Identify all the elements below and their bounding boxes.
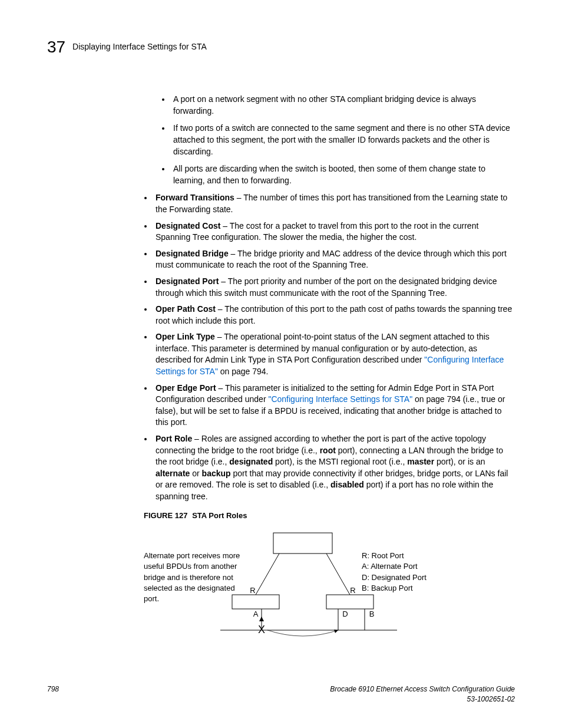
list-item: Forward Transitions – The number of time… — [153, 192, 515, 215]
footer-doc-id: 53-1002651-02 — [330, 694, 515, 704]
bold-term: backup — [202, 469, 231, 478]
svg-marker-6 — [259, 617, 264, 621]
list-item: A port on a network segment with no othe… — [171, 94, 515, 117]
label-b: B — [369, 610, 375, 618]
figure-caption: FIGURE 127 STA Port Roles — [144, 510, 515, 522]
sta-port-roles-diagram: Alternate port receives more useful BPDU… — [144, 527, 521, 645]
figure-title: STA Port Roles — [192, 511, 247, 520]
list-item: Oper Path Cost – The contribution of thi… — [153, 304, 515, 327]
diagram-svg: R R A D B X — [220, 527, 397, 645]
bold-term: root — [320, 446, 336, 455]
label-a: A — [253, 610, 259, 618]
sub-bullet-list: A port on a network segment with no othe… — [47, 94, 515, 186]
label-d: D — [342, 610, 348, 618]
page-header: 37 Displaying Interface Settings for STA — [47, 35, 515, 58]
chapter-number: 37 — [47, 35, 65, 58]
definition-text: on page 794. — [218, 367, 269, 376]
bold-term: designated — [229, 457, 273, 466]
list-item: Oper Edge Port – This parameter is initi… — [153, 383, 515, 429]
svg-rect-3 — [232, 595, 279, 609]
term: Forward Transitions — [156, 193, 234, 202]
svg-line-1 — [256, 554, 279, 595]
term: Designated Port — [156, 276, 219, 286]
list-item: Designated Cost – The cost for a packet … — [153, 220, 515, 243]
term: Oper Link Type — [156, 332, 215, 341]
label-r-left: R — [250, 586, 255, 595]
header-title: Displaying Interface Settings for STA — [72, 41, 207, 53]
label-r-right: R — [350, 586, 355, 595]
list-item: Oper Link Type – The operational point-t… — [153, 331, 515, 377]
cross-reference-link[interactable]: "Configuring Interface Settings for STA" — [268, 394, 412, 404]
bold-term: alternate — [156, 469, 190, 478]
figure-number: FIGURE 127 — [144, 511, 187, 520]
page-footer: 798 Brocade 6910 Ethernet Access Switch … — [47, 684, 515, 704]
bold-term: master — [407, 457, 434, 466]
list-item: Port Role – Roles are assigned according… — [153, 433, 515, 503]
page-number: 798 — [47, 684, 59, 694]
term: Designated Bridge — [156, 249, 229, 258]
list-item: Designated Port – The port priority and … — [153, 276, 515, 299]
footer-doc-title: Brocade 6910 Ethernet Access Switch Conf… — [330, 684, 515, 694]
definition-list: Forward Transitions – The number of time… — [47, 192, 515, 502]
term: Port Role — [156, 434, 192, 443]
list-item: All ports are discarding when the switch… — [171, 163, 515, 186]
list-item: Designated Bridge – The bridge priority … — [153, 248, 515, 271]
term: Designated Cost — [156, 221, 220, 230]
definition-text: or — [190, 469, 201, 478]
svg-marker-10 — [334, 630, 338, 633]
term: Oper Path Cost — [156, 304, 216, 314]
definition-text: port), or is an — [434, 457, 485, 466]
svg-line-2 — [326, 554, 350, 595]
bold-term: disabled — [330, 480, 364, 489]
list-item: If two ports of a switch are connected t… — [171, 123, 515, 157]
svg-rect-4 — [326, 595, 373, 609]
term: Oper Edge Port — [156, 383, 216, 393]
svg-rect-0 — [273, 533, 332, 554]
x-mark-icon: X — [258, 624, 265, 635]
definition-text: port), is the MSTI regional root (i.e., — [273, 457, 407, 466]
